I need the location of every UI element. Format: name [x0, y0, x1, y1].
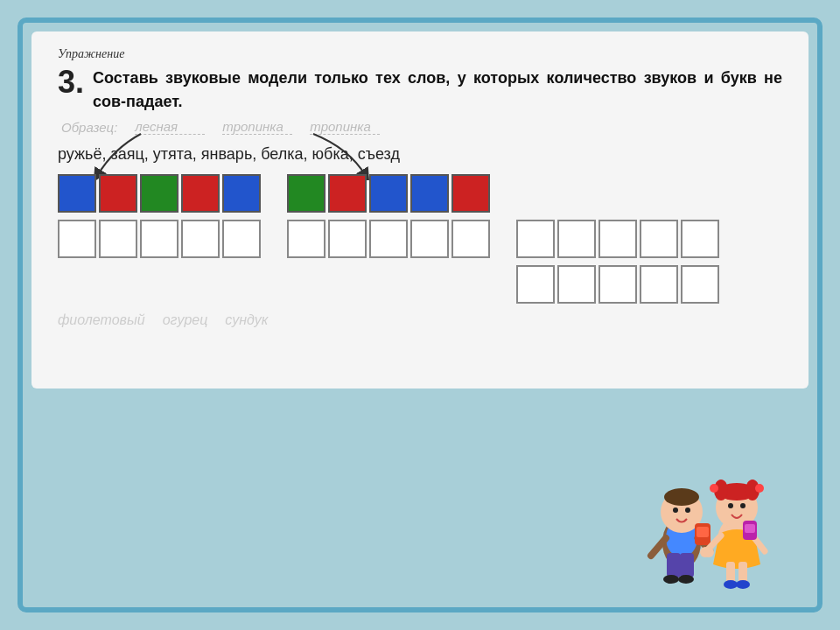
exercise-label: Упражнение: [58, 47, 782, 61]
block-blue-3: [369, 174, 408, 213]
words-row: ружьё, заяц, утята, январь, белка, юбка,…: [58, 142, 782, 167]
empty-block: [516, 265, 555, 304]
empty-blocks-bottom-3: [516, 265, 719, 304]
svg-point-9: [685, 508, 690, 513]
empty-block: [640, 220, 678, 258]
empty-block: [99, 220, 137, 258]
block-red-4: [452, 174, 490, 213]
faded-text-2: огурец: [163, 312, 208, 328]
block-red-1: [99, 174, 137, 213]
block-group-2: [287, 174, 490, 258]
faded-text-1: фиолетовый: [58, 312, 145, 328]
colored-blocks-1: [58, 174, 261, 213]
exercise-card: Упражнение 3. Составь звуковые модели то…: [32, 32, 808, 388]
block-blue-2: [222, 174, 261, 213]
empty-block: [516, 220, 555, 258]
svg-point-5: [678, 575, 694, 584]
empty-block: [222, 220, 261, 258]
task-number: 3.: [58, 66, 84, 98]
empty-block: [181, 220, 220, 258]
empty-blocks-2: [287, 220, 490, 258]
colored-blocks-2: [287, 174, 490, 213]
empty-block: [58, 220, 96, 258]
empty-block: [410, 220, 449, 258]
svg-point-26: [740, 503, 746, 508]
svg-point-18: [736, 580, 750, 589]
svg-rect-16: [738, 562, 747, 583]
block-green-1: [140, 174, 178, 213]
empty-block: [287, 220, 326, 258]
svg-point-8: [673, 508, 678, 513]
empty-block: [328, 220, 367, 258]
example-row: Образец: лесная тропинка тропинка: [58, 119, 782, 135]
empty-block: [557, 265, 596, 304]
svg-rect-13: [696, 527, 709, 537]
svg-point-4: [663, 575, 679, 584]
block-green-2: [287, 174, 326, 213]
arrow-1: [84, 132, 154, 180]
block-blue-1: [58, 174, 96, 213]
task-text: Составь звуковые модели только тех слов,…: [93, 66, 782, 114]
svg-point-23: [710, 484, 718, 493]
empty-block: [452, 220, 490, 258]
svg-rect-15: [726, 562, 735, 583]
svg-rect-3: [680, 553, 694, 578]
block-red-3: [328, 174, 367, 213]
arrow-2: [304, 132, 392, 180]
empty-block: [140, 220, 178, 258]
block-red-2: [181, 174, 220, 213]
outer-frame: Упражнение 3. Составь звуковые модели то…: [18, 18, 822, 612]
children-illustration: [607, 394, 808, 598]
svg-point-24: [755, 484, 764, 493]
block-group-1: [58, 174, 261, 258]
svg-point-32: [700, 547, 710, 557]
blocks-section: [58, 174, 782, 304]
svg-rect-30: [745, 524, 755, 533]
empty-blocks-top-3: [516, 220, 719, 258]
block-blue-4: [410, 174, 449, 213]
bottom-area: [32, 388, 808, 598]
example-word2: тропинка: [222, 119, 292, 135]
faded-text-3: сундук: [225, 312, 268, 328]
svg-point-7: [664, 488, 699, 506]
task-line: 3. Составь звуковые модели только тех сл…: [58, 66, 782, 114]
empty-block: [598, 220, 637, 258]
empty-block: [681, 265, 719, 304]
faded-text-row: фиолетовый огурец сундук: [58, 312, 782, 328]
empty-block: [640, 265, 678, 304]
empty-block: [557, 220, 596, 258]
svg-point-25: [728, 503, 733, 508]
empty-block: [369, 220, 408, 258]
block-group-3: [516, 220, 719, 304]
children-svg: [607, 394, 808, 595]
empty-block: [598, 265, 637, 304]
empty-blocks-1: [58, 220, 261, 258]
svg-rect-2: [667, 553, 681, 578]
svg-point-17: [724, 580, 738, 589]
empty-block: [681, 220, 719, 258]
